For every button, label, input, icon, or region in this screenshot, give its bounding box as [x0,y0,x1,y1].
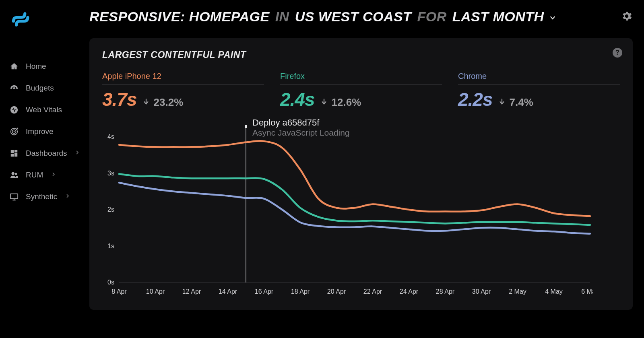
x-tick-label: 12 Apr [182,288,201,295]
metric-firefox: Firefox2.4s12.6% [280,72,442,110]
sidebar-item-label: Dashboards [26,149,67,158]
x-tick-label: 2 May [509,288,526,295]
metric-delta: 12.6% [332,96,361,109]
nav-list: HomeBudgetsWeb VitalsImproveDashboardsRU… [9,56,88,208]
sidebar-item-budgets[interactable]: Budgets [9,77,88,99]
x-tick-label: 8 Apr [111,288,127,295]
sidebar-item-label: RUM [26,171,43,179]
svg-point-8 [12,172,14,175]
main: RESPONSIVE: HOMEPAGEINUS WEST COASTFORLA… [88,0,644,338]
metric-value-row: 3.7s23.2% [102,89,264,110]
metric-delta: 7.4% [510,96,533,109]
metric-value: 2.2s [458,89,493,110]
x-tick-label: 4 May [545,288,563,295]
chevron-right-icon [75,150,80,157]
settings-button[interactable] [621,10,633,24]
deploy-annotation: Deploy a658d75f Async JavaScript Loading [252,117,350,138]
x-tick-label: 30 Apr [472,288,491,295]
chevron-right-icon [51,171,56,179]
home-icon [9,62,19,71]
page-title[interactable]: RESPONSIVE: HOMEPAGEINUS WEST COASTFORLA… [89,9,557,25]
svg-rect-5 [14,150,17,152]
sidebar-item-dashboards[interactable]: Dashboards [9,142,88,164]
arrow-down-icon [320,98,328,108]
sidebar-item-rum[interactable]: RUM [9,164,88,186]
metric-value-row: 2.4s12.6% [280,89,442,110]
x-tick-label: 20 Apr [327,288,346,295]
metric-chrome: Chrome2.2s7.4% [458,72,620,110]
lcp-panel: LARGEST CONTENTFUL PAINT ? Apple iPhone … [89,38,633,310]
page-title-part: LAST MONTH [452,9,544,25]
metric-value: 3.7s [102,89,137,110]
sidebar-item-label: Budgets [26,84,54,93]
logo-icon [10,9,31,30]
deploy-annotation-subtitle: Async JavaScript Loading [252,128,350,138]
series-line-firefox [119,174,590,225]
metric-delta: 23.2% [154,96,184,109]
metric-value: 2.4s [280,89,315,110]
gear-icon [621,10,633,22]
x-tick-label: 16 Apr [255,288,274,295]
x-tick-label: 10 Apr [146,288,165,295]
y-tick-label: 0s [107,279,114,286]
sidebar-item-label: Synthetic [26,192,57,201]
chart-area: Deploy a658d75f Async JavaScript Loading… [102,125,620,298]
svg-rect-7 [11,154,14,157]
sidebar-item-home[interactable]: Home [9,56,88,77]
x-tick-label: 18 Apr [291,288,310,295]
target-icon [9,127,19,136]
y-tick-label: 4s [107,133,114,140]
logo [10,9,88,31]
y-tick-label: 3s [107,170,114,177]
panel-title: LARGEST CONTENTFUL PAINT [102,49,620,60]
metric-label: Chrome [458,72,620,84]
metric-label: Apple iPhone 12 [102,72,264,84]
svg-rect-6 [14,153,17,157]
deploy-annotation-title: Deploy a658d75f [252,117,350,128]
metric-label: Firefox [280,72,442,84]
metrics-row: Apple iPhone 123.7s23.2%Firefox2.4s12.6%… [102,72,620,110]
y-tick-label: 2s [107,206,114,213]
x-tick-label: 28 Apr [436,288,455,295]
deploy-marker-handle [245,125,247,128]
sidebar-item-label: Home [26,62,46,71]
svg-rect-10 [10,194,18,199]
monitor-icon [9,192,19,201]
svg-rect-4 [11,150,14,153]
sidebar-item-synthetic[interactable]: Synthetic [9,186,88,208]
users-icon [9,171,19,179]
vitals-icon [9,105,19,114]
page-title-part: FOR [417,9,447,25]
dashboard-icon [9,149,19,158]
help-button[interactable]: ? [613,48,622,58]
metric-apple-iphone-12: Apple iPhone 123.7s23.2% [102,72,264,110]
page-title-part: RESPONSIVE: HOMEPAGE [89,9,270,25]
x-tick-label: 24 Apr [400,288,419,295]
sidebar-item-label: Web Vitals [26,105,62,114]
sidebar-item-label: Improve [26,127,54,136]
page-title-part: US WEST COAST [295,9,412,25]
chevron-right-icon [65,193,70,200]
lcp-chart: 0s1s2s3s4s8 Apr10 Apr12 Apr14 Apr16 Apr1… [102,125,593,298]
svg-point-3 [14,131,15,132]
metric-value-row: 2.2s7.4% [458,89,620,110]
gauge-icon [9,84,19,93]
sidebar-item-improve[interactable]: Improve [9,121,88,142]
svg-point-9 [15,173,17,175]
x-tick-label: 14 Apr [219,288,237,295]
arrow-down-icon [142,98,150,108]
chevron-down-icon[interactable] [548,9,557,25]
y-tick-label: 1s [107,243,114,249]
sidebar-item-web-vitals[interactable]: Web Vitals [9,99,88,121]
arrow-down-icon [498,98,506,108]
header: RESPONSIVE: HOMEPAGEINUS WEST COASTFORLA… [89,9,633,25]
x-tick-label: 6 May [581,288,593,295]
x-tick-label: 22 Apr [363,288,382,295]
page-title-part: IN [275,9,289,25]
sidebar: HomeBudgetsWeb VitalsImproveDashboardsRU… [0,0,88,338]
